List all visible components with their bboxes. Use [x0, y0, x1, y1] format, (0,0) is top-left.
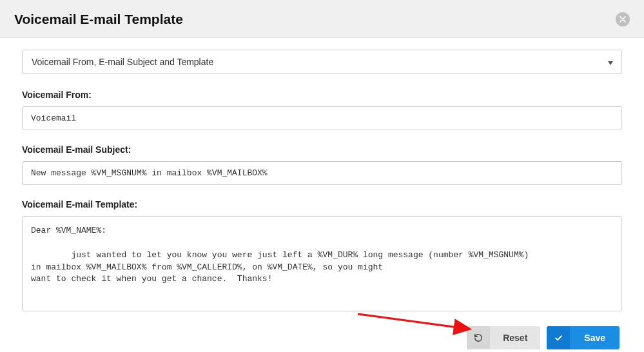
template-textarea[interactable]	[22, 216, 622, 311]
template-block: Voicemail E-mail Template:	[22, 199, 622, 313]
page-title: Voicemail E-mail Template	[14, 12, 183, 27]
modal-body: Voicemail From, E-mail Subject and Templ…	[0, 38, 644, 349]
reset-button-label: Reset	[490, 333, 540, 343]
close-icon	[620, 14, 626, 24]
from-input[interactable]	[22, 106, 622, 130]
template-type-select-wrap: Voicemail From, E-mail Subject and Templ…	[22, 50, 622, 74]
modal-header: Voicemail E-mail Template	[0, 0, 644, 38]
subject-input[interactable]	[22, 161, 622, 185]
template-type-select[interactable]: Voicemail From, E-mail Subject and Templ…	[22, 50, 622, 74]
save-button-label: Save	[570, 333, 620, 343]
reset-button[interactable]: Reset	[467, 326, 540, 349]
save-button[interactable]: Save	[547, 326, 620, 349]
close-button[interactable]	[616, 12, 630, 26]
template-label: Voicemail E-mail Template:	[22, 199, 622, 210]
action-row: Reset Save	[22, 326, 620, 349]
subject-label: Voicemail E-mail Subject:	[22, 144, 622, 155]
undo-icon	[467, 326, 490, 349]
from-label: Voicemail From:	[22, 90, 622, 100]
check-icon	[547, 326, 570, 349]
